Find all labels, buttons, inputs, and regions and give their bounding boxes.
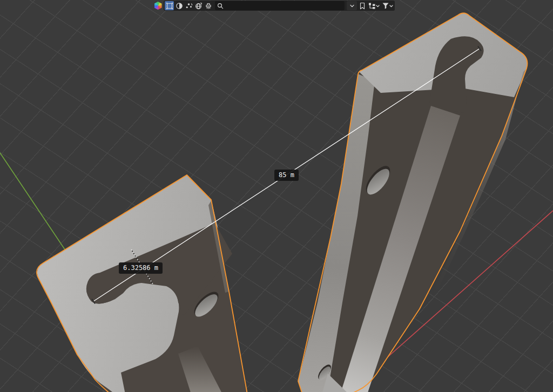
bracket-left[interactable] [37,175,247,392]
ruler-total-label: 85 m [274,170,299,181]
funnel-icon [382,2,389,10]
globe-button[interactable] [194,1,203,10]
contrast-sphere-button[interactable] [174,1,184,10]
particles-button[interactable] [184,1,193,10]
toolbar-icon-group [164,1,395,11]
bounding-box-icon [166,2,173,10]
bounding-box-button[interactable] [165,1,174,10]
bookmark-button[interactable] [358,1,367,10]
chevron-down-icon [349,3,355,9]
collapse-chevron-button[interactable] [347,1,357,10]
chevron-down-icon [376,3,380,9]
search-icon [217,3,224,9]
chevron-down-icon [389,3,393,9]
bookmark-icon [359,2,366,10]
ruler-thickness-label: 6.32586 m [119,262,163,274]
viewport-scene [0,0,553,392]
filter-button[interactable] [381,1,394,10]
search-field[interactable] [215,1,345,10]
viewport-header-toolbar [153,1,395,11]
brush-button[interactable] [204,1,213,10]
outliner-tree-icon [368,2,376,10]
particles-icon [185,2,193,10]
editor-type-button[interactable] [153,1,163,11]
brush-icon [205,2,212,10]
search-input[interactable] [225,2,342,10]
globe-icon [195,2,203,10]
display-mode-button[interactable] [367,1,380,10]
color-hexagon-icon [154,2,162,10]
axis-y-line [0,153,65,249]
contrast-sphere-icon [176,2,183,10]
